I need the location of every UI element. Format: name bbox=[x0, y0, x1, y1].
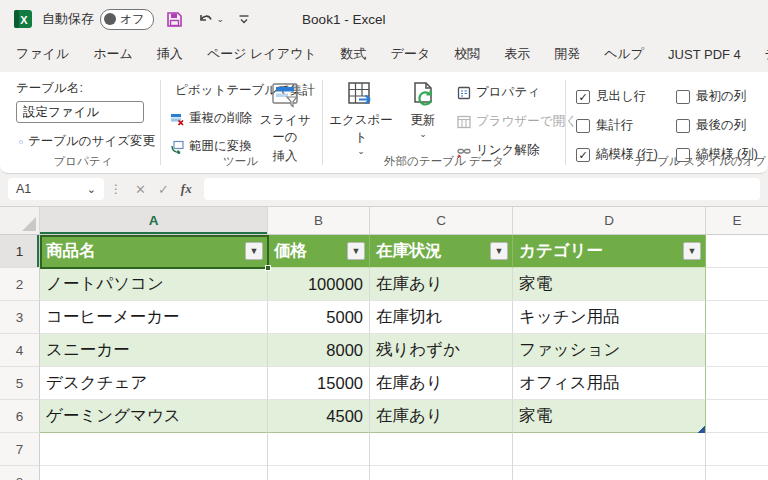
cancel-icon[interactable]: ✕ bbox=[135, 182, 146, 197]
cell-b7[interactable] bbox=[268, 433, 370, 466]
cell-a4[interactable]: スニーカー bbox=[40, 334, 268, 367]
cell-b6[interactable]: 4500 bbox=[268, 400, 370, 433]
resize-table-button[interactable]: テーブルのサイズ変更 bbox=[16, 131, 158, 152]
select-all-corner[interactable] bbox=[0, 207, 40, 234]
table-header-cell[interactable]: 価格▼ bbox=[268, 235, 370, 268]
tab-home[interactable]: ホーム bbox=[83, 39, 143, 71]
checkbox-box[interactable] bbox=[576, 119, 590, 133]
cell-b3[interactable]: 5000 bbox=[268, 301, 370, 334]
cell-a5[interactable]: デスクチェア bbox=[40, 367, 268, 400]
cell-d4[interactable]: ファッション bbox=[513, 334, 706, 367]
undo-dropdown-chevron[interactable]: ⌄ bbox=[217, 16, 225, 22]
table-header-cell[interactable]: 商品名▼ bbox=[40, 235, 268, 268]
table-header-cell[interactable]: カテゴリー▼ bbox=[513, 235, 706, 268]
quick-access-toolbar-more-button[interactable] bbox=[236, 11, 252, 27]
row-header-8[interactable]: 8 bbox=[0, 466, 40, 480]
tab-team[interactable]: チーム bbox=[755, 39, 768, 71]
checkbox-first-column[interactable]: 最初の列 bbox=[676, 88, 768, 105]
row-header-3[interactable]: 3 bbox=[0, 301, 40, 334]
row-header-1[interactable]: 1 bbox=[0, 235, 40, 268]
export-button[interactable]: エクスポート ⌄ bbox=[328, 80, 394, 154]
insert-function-icon[interactable]: fx bbox=[181, 181, 192, 197]
formula-bar-splitter[interactable]: ⋮ bbox=[110, 182, 123, 196]
name-box[interactable]: A1 ⌄ bbox=[8, 178, 104, 200]
cell-e5[interactable] bbox=[706, 367, 768, 400]
row-header-2[interactable]: 2 bbox=[0, 268, 40, 301]
row-header-7[interactable]: 7 bbox=[0, 433, 40, 466]
cell-c6[interactable]: 在庫あり bbox=[370, 400, 513, 433]
cell-d6[interactable]: 家電 bbox=[513, 400, 706, 433]
tab-just-pdf-4[interactable]: JUST PDF 4 bbox=[658, 41, 751, 70]
cell-d8[interactable] bbox=[513, 466, 706, 480]
cell-e6[interactable] bbox=[706, 400, 768, 433]
cell-b2[interactable]: 100000 bbox=[268, 268, 370, 301]
column-header-e[interactable]: E bbox=[706, 207, 768, 234]
checkbox-box[interactable] bbox=[676, 119, 690, 133]
cell-a3[interactable]: コーヒーメーカー bbox=[40, 301, 268, 334]
row-header-6[interactable]: 6 bbox=[0, 400, 40, 433]
enter-icon[interactable]: ✓ bbox=[158, 182, 169, 197]
cell-d5[interactable]: オフィス用品 bbox=[513, 367, 706, 400]
row-header-5[interactable]: 5 bbox=[0, 367, 40, 400]
cell-c4[interactable]: 残りわずか bbox=[370, 334, 513, 367]
cell-b5[interactable]: 15000 bbox=[268, 367, 370, 400]
table-name-input[interactable] bbox=[16, 101, 144, 123]
cell-e1[interactable] bbox=[706, 235, 768, 268]
filter-dropdown-icon[interactable]: ▼ bbox=[245, 242, 263, 260]
column-header-c[interactable]: C bbox=[370, 207, 513, 234]
column-header-a[interactable]: A bbox=[40, 207, 268, 234]
insert-slicer-button[interactable]: スライサーの 挿入 bbox=[256, 80, 314, 165]
checkbox-header-row[interactable]: 見出し行 bbox=[576, 88, 676, 105]
row-header-4[interactable]: 4 bbox=[0, 334, 40, 367]
export-icon bbox=[346, 80, 376, 110]
cell-c7[interactable] bbox=[370, 433, 513, 466]
tab-file[interactable]: ファイル bbox=[6, 39, 79, 71]
tab-insert[interactable]: 挿入 bbox=[147, 39, 193, 71]
group-label-properties: プロパティ bbox=[8, 154, 158, 169]
filter-dropdown-icon[interactable]: ▼ bbox=[490, 242, 508, 260]
refresh-button[interactable]: 更新 ⌄ bbox=[400, 80, 446, 137]
cell-d2[interactable]: 家電 bbox=[513, 268, 706, 301]
filter-dropdown-icon[interactable]: ▼ bbox=[347, 242, 365, 260]
tab-review[interactable]: 校閲 bbox=[444, 39, 490, 71]
undo-button[interactable]: ⌄ bbox=[195, 9, 227, 29]
checkbox-total-row[interactable]: 集計行 bbox=[576, 117, 676, 134]
save-button[interactable] bbox=[164, 9, 185, 30]
filter-dropdown-icon[interactable]: ▼ bbox=[683, 242, 701, 260]
tab-page-layout[interactable]: ページ レイアウト bbox=[197, 39, 327, 71]
cell-a7[interactable] bbox=[40, 433, 268, 466]
cell-c3[interactable]: 在庫切れ bbox=[370, 301, 513, 334]
tab-formulas[interactable]: 数式 bbox=[331, 39, 377, 71]
checkbox-last-column[interactable]: 最後の列 bbox=[676, 117, 768, 134]
titlebar: X 自動保存 オフ ⌄ Book1 - Excel bbox=[0, 0, 768, 38]
cell-c5[interactable]: 在庫あり bbox=[370, 367, 513, 400]
column-header-d[interactable]: D bbox=[513, 207, 706, 234]
cell-a2[interactable]: ノートパソコン bbox=[40, 268, 268, 301]
cell-e3[interactable] bbox=[706, 301, 768, 334]
cell-a6[interactable]: ゲーミングマウス bbox=[40, 400, 268, 433]
tab-help[interactable]: ヘルプ bbox=[594, 39, 654, 71]
excel-window: X 自動保存 オフ ⌄ Book1 - Excel ファイル ホーム 挿入 ペー… bbox=[0, 0, 768, 480]
name-box-chevron-icon[interactable]: ⌄ bbox=[87, 186, 96, 192]
cell-b4[interactable]: 8000 bbox=[268, 334, 370, 367]
tab-developer[interactable]: 開発 bbox=[544, 39, 590, 71]
cell-e8[interactable] bbox=[706, 466, 768, 480]
cell-e4[interactable] bbox=[706, 334, 768, 367]
cell-b8[interactable] bbox=[268, 466, 370, 480]
formula-input[interactable] bbox=[204, 178, 760, 200]
table-header-cell[interactable]: 在庫状況▼ bbox=[370, 235, 513, 268]
cell-a8[interactable] bbox=[40, 466, 268, 480]
external-properties-button[interactable]: プロパティ bbox=[454, 82, 581, 103]
checkbox-box[interactable] bbox=[676, 90, 690, 104]
tab-view[interactable]: 表示 bbox=[494, 39, 540, 71]
cell-d3[interactable]: キッチン用品 bbox=[513, 301, 706, 334]
cell-e2[interactable] bbox=[706, 268, 768, 301]
cell-c8[interactable] bbox=[370, 466, 513, 480]
cell-c2[interactable]: 在庫あり bbox=[370, 268, 513, 301]
cell-d7[interactable] bbox=[513, 433, 706, 466]
autosave-toggle[interactable]: オフ bbox=[100, 9, 154, 30]
tab-data[interactable]: データ bbox=[381, 39, 441, 71]
column-header-b[interactable]: B bbox=[268, 207, 370, 234]
cell-e7[interactable] bbox=[706, 433, 768, 466]
checkbox-box[interactable] bbox=[576, 90, 590, 104]
